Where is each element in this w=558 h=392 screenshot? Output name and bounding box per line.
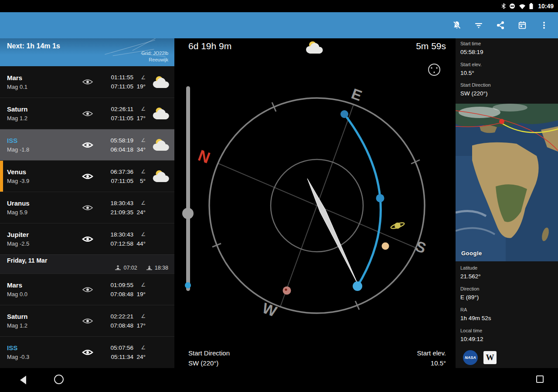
- detail-value: 10:49:12: [460, 336, 483, 342]
- detail-label: Start elev.: [460, 62, 482, 67]
- pass-start-time: 01:09:55: [110, 282, 133, 288]
- notifications-off-icon[interactable]: [452, 20, 462, 30]
- pass-list: MarsMag 0.1 01:11:55∠ 07:11:0519° Saturn…: [0, 66, 174, 368]
- time-slider-handle[interactable]: [182, 208, 194, 219]
- map-attribution: Google: [461, 250, 482, 257]
- pass-start-time: 05:58:19: [110, 137, 133, 144]
- pass-max-elevation: 24°: [133, 209, 146, 216]
- pass-name: Uranus: [7, 199, 75, 207]
- pass-end-time: 07:11:05: [111, 178, 133, 184]
- do-not-disturb-icon: [509, 3, 515, 9]
- sky-radar: N E S W: [174, 38, 456, 368]
- pass-name: Saturn: [7, 313, 75, 320]
- start-elev-value: 10.5°: [431, 359, 446, 367]
- visibility-eye-icon[interactable]: [75, 286, 100, 293]
- time-slider-track[interactable]: [186, 86, 190, 291]
- pass-row[interactable]: SaturnMag 1.2 02:22:21∠ 07:08:4817°: [0, 305, 174, 336]
- detail-value: SW (220°): [460, 90, 491, 97]
- ground-track-map[interactable]: [456, 104, 558, 261]
- sunset-icon: [146, 265, 153, 271]
- pass-max-elevation: 19°: [133, 83, 146, 90]
- pass-name: Mars: [7, 281, 75, 289]
- detail-value: 1h 49m 52s: [460, 315, 491, 321]
- wikipedia-icon[interactable]: W: [483, 351, 497, 364]
- elevation-angle-icon: ∠: [133, 137, 146, 143]
- pass-magnitude: Mag -1.8: [7, 146, 75, 153]
- pass-start-time: 18:30:43: [110, 200, 133, 206]
- center-view-icon[interactable]: [429, 64, 440, 75]
- pass-magnitude: Mag 0.0: [7, 291, 75, 297]
- compass-needle: [307, 179, 358, 285]
- share-icon[interactable]: [495, 20, 506, 30]
- pass-magnitude: Mag 5.9: [7, 209, 75, 216]
- detail-value: E (89°): [460, 294, 479, 301]
- back-button[interactable]: [19, 375, 27, 385]
- visibility-eye-icon[interactable]: [75, 318, 100, 324]
- pass-row[interactable]: MarsMag 0.1 01:11:55∠ 07:11:0519°: [0, 66, 174, 98]
- cardinal-south: S: [413, 237, 428, 256]
- calendar-icon[interactable]: [517, 20, 527, 30]
- next-pass-header[interactable]: Next: 1h 14m 1s Grid: JO22lb Reeuwijk: [0, 38, 174, 66]
- pass-start-time: 06:37:36: [110, 169, 133, 175]
- visibility-eye-icon[interactable]: [75, 110, 100, 117]
- radar-panel: 6d 19h 9m 5m 59s N E S W: [174, 38, 456, 368]
- pass-row[interactable]: UranusMag 5.9 18:30:43∠ 21:09:3524°: [0, 192, 174, 223]
- pass-end-time: 07:08:48: [110, 291, 133, 297]
- pass-max-elevation: 17°: [133, 115, 146, 122]
- pass-row[interactable]: JupiterMag -2.5 18:30:43∠ 07:12:5844°: [0, 223, 174, 254]
- pass-name: ISS: [7, 137, 75, 144]
- status-bar-clock: 10:49: [538, 3, 554, 10]
- filter-icon[interactable]: [473, 20, 484, 30]
- detail-value: 05:58:19: [460, 49, 483, 55]
- pass-magnitude: Mag -0.3: [7, 354, 75, 360]
- visibility-eye-icon[interactable]: [75, 78, 100, 85]
- elevation-angle-icon: ∠: [133, 169, 146, 175]
- pass-row[interactable]: SaturnMag 1.2 02:26:11∠ 07:11:0517°: [0, 98, 174, 129]
- android-nav-bar: [0, 368, 558, 392]
- pass-end-time: 21:09:35: [110, 209, 133, 216]
- elevation-angle-icon: ∠: [133, 313, 146, 319]
- pass-end-time: 07:11:05: [111, 83, 133, 90]
- pass-row[interactable]: MarsMag 0.0 01:09:55∠ 07:08:4819°: [0, 274, 174, 305]
- pass-row[interactable]: VenusMag -3.9 06:37:36∠ 07:11:055°: [0, 160, 174, 192]
- pass-start-time: 02:26:11: [111, 106, 133, 112]
- cardinal-east: E: [349, 85, 364, 104]
- pass-max-elevation: 19°: [133, 291, 146, 297]
- recent-apps-button[interactable]: [536, 375, 544, 383]
- date-separator: Friday, 11 Mar 07:02 18:38: [0, 254, 174, 274]
- nasa-logo[interactable]: NASA: [463, 350, 478, 365]
- pass-max-elevation: 44°: [133, 240, 146, 247]
- cardinal-west: W: [260, 300, 279, 320]
- visibility-eye-icon[interactable]: [75, 173, 100, 180]
- visibility-eye-icon[interactable]: [75, 349, 100, 356]
- pass-list-panel: Next: 1h 14m 1s Grid: JO22lb Reeuwijk Ma…: [0, 38, 174, 368]
- detail-label: Latitude: [460, 265, 481, 270]
- visibility-eye-icon[interactable]: [75, 204, 100, 211]
- elevation-angle-icon: ∠: [133, 231, 146, 237]
- track-start-dot: [340, 110, 348, 118]
- pass-start-time: 05:07:56: [110, 345, 133, 351]
- pass-magnitude: Mag 0.1: [7, 84, 75, 90]
- start-elev-label: Start elev.: [417, 349, 446, 357]
- app-bar: [0, 12, 558, 38]
- elevation-angle-icon: ∠: [133, 345, 146, 351]
- pass-max-elevation: 24°: [133, 354, 146, 360]
- pass-end-time: 07:08:48: [110, 322, 133, 329]
- pass-row-selected[interactable]: ISSMag -1.8 05:58:19∠ 06:04:1834°: [0, 129, 174, 160]
- pass-start-time: 18:30:43: [110, 231, 133, 238]
- pass-end-time: 07:12:58: [110, 240, 133, 247]
- location-name: Reeuwijk: [149, 57, 168, 62]
- elevation-angle-icon: ∠: [133, 200, 146, 206]
- app-screen: 10:49 Next: 1: [0, 0, 558, 392]
- pass-row[interactable]: ISSMag -0.3 05:07:56∠ 05:11:3424°: [0, 336, 174, 368]
- visibility-eye-icon[interactable]: [75, 236, 100, 243]
- pass-start-time: 01:11:55: [111, 74, 133, 81]
- pass-max-elevation: 34°: [133, 146, 146, 153]
- track-mid-dot: [376, 194, 384, 203]
- pass-details-panel: Start time05:58:19 Start elev.10.5° Star…: [456, 38, 558, 368]
- sunset-time: 18:38: [155, 265, 168, 271]
- pass-end-time: 07:11:05: [111, 115, 133, 122]
- visibility-eye-icon[interactable]: [75, 142, 100, 149]
- home-button[interactable]: [54, 375, 64, 384]
- overflow-menu-icon[interactable]: [539, 20, 549, 30]
